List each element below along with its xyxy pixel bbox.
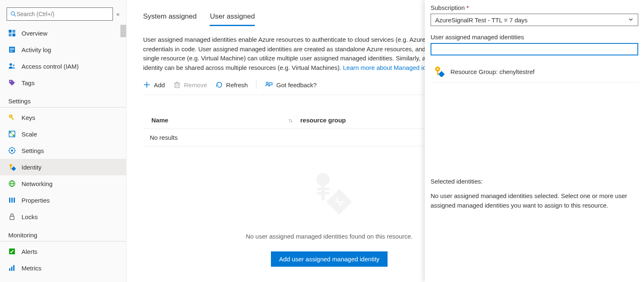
add-user-assigned-button[interactable]: Add user assigned managed identity — [271, 251, 388, 267]
nav-metrics[interactable]: Metrics — [0, 260, 126, 276]
metrics-icon — [8, 264, 16, 272]
alerts-icon — [8, 248, 16, 255]
add-button[interactable]: Add — [143, 81, 165, 88]
svg-rect-33 — [9, 198, 10, 203]
nav-alerts[interactable]: Alerts — [0, 243, 126, 260]
svg-rect-4 — [9, 33, 12, 36]
nav-keys[interactable]: Keys — [0, 109, 126, 126]
uami-label: User assigned managed identities — [431, 33, 638, 41]
refresh-button[interactable]: Refresh — [215, 81, 248, 88]
sort-icon[interactable]: ↑↓ — [288, 117, 292, 123]
svg-line-1 — [14, 15, 16, 17]
nav-label: Alerts — [22, 248, 37, 255]
svg-point-48 — [266, 82, 268, 84]
remove-button: Remove — [173, 81, 207, 88]
nav-label: Metrics — [22, 265, 41, 272]
nav-list: Overview Activity log Access control (IA… — [0, 25, 126, 282]
col-name-label[interactable]: Name — [151, 117, 168, 124]
svg-rect-8 — [10, 50, 14, 50]
plus-icon — [143, 81, 151, 88]
svg-point-18 — [11, 150, 13, 152]
search-input[interactable] — [17, 11, 109, 17]
svg-rect-28 — [10, 166, 11, 170]
sidebar: « Overview Activity log Access control (… — [0, 0, 127, 282]
identity-illustration-icon — [304, 211, 354, 218]
remove-label: Remove — [184, 81, 207, 88]
access-control-icon — [8, 62, 16, 70]
required-icon: * — [467, 4, 469, 11]
feedback-icon — [265, 81, 273, 88]
scale-icon — [8, 130, 16, 138]
svg-rect-34 — [12, 198, 13, 203]
nav-access-control[interactable]: Access control (IAM) — [0, 58, 126, 74]
chevron-down-icon — [628, 17, 634, 24]
scrollbar[interactable] — [120, 25, 126, 37]
collapse-sidebar-icon[interactable]: « — [116, 11, 120, 17]
nav-label: Locks — [22, 213, 38, 220]
separator — [256, 81, 256, 89]
svg-rect-39 — [11, 267, 12, 271]
svg-rect-53 — [326, 189, 352, 215]
svg-rect-38 — [9, 268, 10, 271]
feedback-label: Got feedback? — [276, 81, 317, 88]
nav-identity[interactable]: Identity — [0, 159, 126, 175]
feedback-button[interactable]: Got feedback? — [265, 81, 317, 88]
refresh-label: Refresh — [226, 81, 248, 88]
svg-rect-9 — [10, 51, 12, 52]
trash-icon — [173, 81, 181, 88]
nav-label: Properties — [22, 197, 50, 204]
svg-rect-51 — [317, 188, 329, 190]
key-identity-icon — [433, 65, 445, 78]
selected-message: No user assigned managed identities sele… — [431, 191, 638, 210]
tab-system-assigned[interactable]: System assigned — [143, 12, 196, 26]
main-content: System assigned User assigned User assig… — [127, 0, 644, 282]
subscription-select[interactable]: AzureSignalR Test - TTL = 7 days — [431, 14, 638, 26]
subscription-value: AzureSignalR Test - TTL = 7 days — [435, 17, 528, 24]
resource-group-row[interactable]: Resource Group: chenyltestref — [431, 61, 638, 83]
tab-user-assigned[interactable]: User assigned — [210, 12, 255, 26]
nav-label: Networking — [22, 180, 53, 187]
networking-icon — [8, 180, 16, 187]
svg-rect-56 — [437, 71, 438, 75]
svg-rect-52 — [317, 192, 329, 194]
nav-locks[interactable]: Locks — [0, 208, 126, 225]
svg-point-10 — [10, 63, 12, 66]
section-settings: Settings — [0, 91, 126, 108]
add-identity-panel: Subscription * AzureSignalR Test - TTL =… — [425, 0, 644, 282]
svg-rect-2 — [9, 30, 12, 33]
nav-overview[interactable]: Overview — [0, 25, 126, 41]
svg-point-0 — [11, 12, 14, 15]
subscription-label: Subscription * — [431, 4, 638, 11]
selected-title: Selected identities: — [431, 178, 638, 185]
search-box[interactable] — [7, 7, 113, 21]
tags-icon — [8, 79, 16, 86]
col-rg-label[interactable]: resource group — [300, 117, 346, 124]
nav-properties[interactable]: Properties — [0, 192, 126, 208]
nav-label: Activity log — [22, 46, 51, 53]
svg-point-55 — [437, 68, 438, 70]
svg-point-11 — [13, 65, 14, 66]
nav-networking[interactable]: Networking — [0, 175, 126, 192]
svg-rect-58 — [438, 71, 445, 77]
locks-icon — [8, 213, 16, 220]
nav-label: Keys — [22, 114, 35, 121]
nav-settings[interactable]: Settings — [0, 142, 126, 159]
nav-scale[interactable]: Scale — [0, 126, 126, 142]
properties-icon — [8, 196, 16, 204]
nav-label: Access control (IAM) — [22, 63, 79, 70]
activity-log-icon — [8, 46, 16, 53]
nav-label: Scale — [22, 131, 37, 138]
keys-icon — [8, 114, 16, 121]
svg-rect-7 — [10, 48, 14, 49]
settings-icon — [8, 147, 16, 154]
nav-label: Tags — [22, 79, 35, 86]
add-label: Add — [154, 81, 165, 88]
nav-label: Overview — [22, 30, 48, 37]
identity-icon — [8, 163, 16, 171]
nav-tags[interactable]: Tags — [0, 74, 126, 91]
uami-search-input[interactable] — [431, 43, 638, 55]
svg-rect-15 — [11, 117, 14, 120]
svg-rect-43 — [175, 83, 179, 88]
nav-activity-log[interactable]: Activity log — [0, 41, 126, 58]
svg-point-12 — [10, 81, 11, 82]
